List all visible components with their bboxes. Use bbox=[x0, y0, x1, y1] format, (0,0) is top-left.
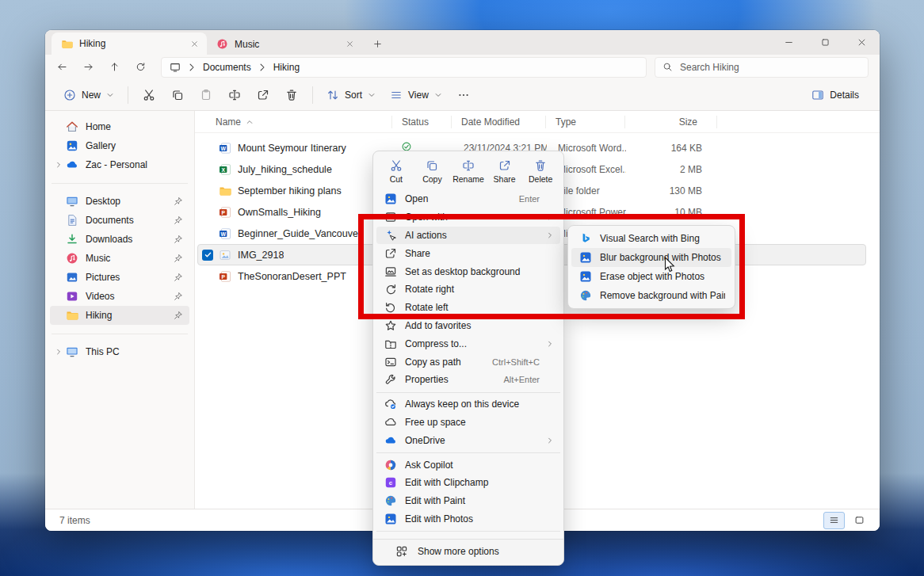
menu-item[interactable]: Set as desktop background bbox=[376, 262, 560, 280]
quick-action-button[interactable]: Copy bbox=[414, 157, 449, 186]
photos-icon bbox=[384, 193, 397, 205]
tab-close-icon[interactable] bbox=[188, 37, 200, 50]
media-player-icon bbox=[216, 38, 228, 50]
refresh-button[interactable] bbox=[128, 57, 153, 78]
copy-button[interactable] bbox=[163, 83, 192, 107]
sidebar-item[interactable]: Home bbox=[50, 117, 189, 136]
sort-button[interactable]: Sort bbox=[319, 83, 383, 107]
menu-item[interactable]: Always keep on this device bbox=[376, 395, 560, 414]
menu-item[interactable]: c Edit with Clipchamp bbox=[376, 474, 560, 492]
sidebar-item[interactable]: Zac - Personal bbox=[50, 155, 189, 174]
expand-chevron-icon[interactable] bbox=[55, 348, 63, 356]
desktop-icon bbox=[66, 195, 78, 208]
copy-path-icon bbox=[384, 356, 397, 368]
file-checkbox[interactable] bbox=[202, 250, 213, 261]
column-header-status[interactable]: Status bbox=[392, 116, 452, 128]
menu-item[interactable]: Compress to... bbox=[376, 334, 560, 353]
navigation-pane: Home Gallery Zac - Personal bbox=[45, 111, 195, 509]
up-button[interactable] bbox=[102, 57, 127, 78]
breadcrumb-item-hiking[interactable]: Hiking bbox=[273, 62, 300, 73]
cut-button[interactable] bbox=[135, 83, 163, 107]
breadcrumb[interactable]: Documents Hiking bbox=[161, 57, 647, 78]
more-options-button[interactable] bbox=[449, 83, 478, 107]
maximize-button[interactable] bbox=[807, 30, 843, 55]
svg-text:P: P bbox=[221, 209, 225, 215]
forward-button[interactable] bbox=[76, 57, 101, 78]
search-box[interactable] bbox=[655, 57, 869, 78]
menu-item[interactable]: Add to favorites bbox=[376, 317, 560, 335]
new-tab-button[interactable] bbox=[367, 34, 388, 53]
new-button[interactable]: New bbox=[56, 83, 121, 107]
powerpoint-icon: P bbox=[219, 206, 231, 219]
sidebar-item[interactable]: Gallery bbox=[50, 136, 189, 155]
list-view-toggle[interactable] bbox=[823, 512, 845, 529]
quick-action-button[interactable]: Cut bbox=[379, 157, 414, 186]
rename-button[interactable] bbox=[220, 83, 249, 107]
menu-item[interactable]: OneDrive bbox=[376, 431, 560, 449]
menu-item[interactable]: Share bbox=[376, 244, 560, 262]
submenu-item[interactable]: Visual Search with Bing bbox=[571, 229, 731, 248]
sidebar-item[interactable]: This PC bbox=[50, 342, 189, 361]
svg-text:W: W bbox=[220, 145, 226, 151]
paste-icon bbox=[200, 89, 212, 101]
quick-action-button[interactable]: Delete bbox=[523, 157, 558, 186]
onedrive-icon bbox=[66, 158, 78, 171]
menu-item[interactable]: Open Enter bbox=[376, 190, 560, 208]
explorer-tab[interactable]: Hiking bbox=[52, 32, 207, 55]
expand-chevron-icon[interactable] bbox=[55, 161, 63, 169]
submenu-item[interactable]: Blur background with Photos bbox=[571, 248, 731, 267]
details-pane-button[interactable]: Details bbox=[804, 89, 867, 101]
titlebar: Hiking Music bbox=[45, 30, 880, 55]
paste-button[interactable] bbox=[192, 83, 220, 107]
minimize-icon bbox=[782, 36, 795, 49]
column-header-date[interactable]: Date Modified bbox=[452, 116, 546, 128]
menu-item[interactable]: Properties Alt+Enter bbox=[376, 371, 560, 389]
quick-action-button[interactable]: Rename bbox=[451, 157, 486, 186]
menu-item[interactable]: Ask Copilot bbox=[376, 456, 560, 474]
preview-view-toggle[interactable] bbox=[849, 512, 870, 529]
chevron-down-icon bbox=[106, 91, 114, 99]
view-button[interactable]: View bbox=[383, 83, 449, 107]
column-header-type[interactable]: Type bbox=[546, 116, 625, 128]
show-more-options-item[interactable]: Show more options bbox=[373, 539, 563, 563]
ai-actions-submenu: Visual Search with Bing Blur background … bbox=[567, 225, 735, 309]
breadcrumb-item-documents[interactable]: Documents bbox=[203, 62, 251, 73]
menu-item[interactable]: Open with bbox=[376, 208, 560, 227]
delete-button[interactable] bbox=[277, 83, 306, 107]
menu-item[interactable]: Rotate right bbox=[376, 280, 560, 299]
home-icon bbox=[66, 120, 78, 133]
keep-device-icon bbox=[384, 398, 397, 410]
pin-icon bbox=[174, 216, 183, 225]
search-input[interactable] bbox=[678, 61, 861, 74]
toolbar-divider bbox=[312, 86, 313, 104]
minimize-button[interactable] bbox=[770, 30, 807, 55]
sidebar-item[interactable]: Desktop bbox=[50, 192, 189, 211]
tab-close-icon[interactable] bbox=[343, 38, 356, 51]
menu-item[interactable]: Edit with Photos bbox=[376, 510, 560, 528]
sidebar-item[interactable]: Videos bbox=[50, 287, 189, 306]
sidebar-item[interactable]: Downloads bbox=[50, 230, 189, 249]
close-button[interactable] bbox=[843, 30, 880, 55]
share-button[interactable] bbox=[249, 83, 277, 107]
menu-item[interactable]: Edit with Paint bbox=[376, 492, 560, 510]
sidebar-item[interactable]: Pictures bbox=[50, 268, 189, 287]
submenu-item[interactable]: Remove background with Paint bbox=[571, 286, 731, 305]
column-header-name[interactable]: Name bbox=[195, 116, 392, 128]
sidebar-item[interactable]: Music bbox=[50, 249, 189, 268]
back-button[interactable] bbox=[50, 57, 74, 78]
column-header-size[interactable]: Size bbox=[625, 116, 717, 128]
sidebar-item[interactable]: Documents bbox=[50, 211, 189, 230]
explorer-tab[interactable]: Music bbox=[207, 33, 362, 55]
submenu-item[interactable]: Erase object with Photos bbox=[571, 267, 731, 286]
share-icon bbox=[384, 247, 397, 260]
menu-item[interactable]: AI actions bbox=[376, 227, 560, 245]
sidebar-item[interactable]: Hiking bbox=[50, 306, 189, 325]
properties-icon bbox=[384, 373, 397, 386]
rotate-right-icon bbox=[384, 283, 397, 296]
menu-item[interactable]: Copy as path Ctrl+Shift+C bbox=[376, 353, 560, 371]
quick-action-button[interactable]: Share bbox=[487, 157, 522, 186]
menu-item[interactable]: Rotate left bbox=[376, 299, 560, 317]
window-controls bbox=[770, 30, 880, 55]
menu-item[interactable]: Free up space bbox=[376, 414, 560, 432]
view-label: View bbox=[408, 90, 429, 101]
